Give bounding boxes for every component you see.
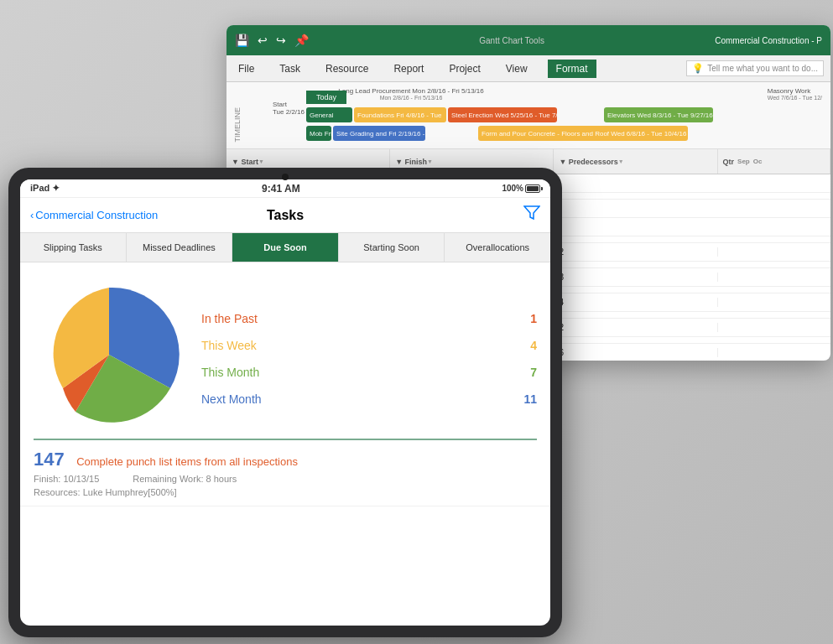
save-icon: 💾 (235, 34, 249, 47)
ipad-camera (282, 174, 289, 180)
legend-in-past-count: 1 (530, 312, 537, 325)
timeline-bar-mob: Mob Fri (306, 126, 331, 141)
task-resources: Resources: Luke Humphrey[500%] (34, 487, 537, 497)
today-marker: Today (306, 91, 346, 104)
task-tabs: Slipping Tasks Missed Deadlines Due Soon… (20, 233, 550, 262)
pie-legend: In the Past 1 This Week 4 This Month 7 N… (201, 279, 537, 430)
legend-this-month-count: 7 (530, 366, 537, 379)
gantt-tools-label: Gantt Chart Tools (315, 36, 708, 45)
ribbon-resource[interactable]: Resource (320, 60, 373, 78)
masonry-label: Masonry Work Wed 7/6/16 - Tue 12/ (768, 87, 822, 101)
ribbon-search[interactable]: 💡 Tell me what you want to do... (686, 60, 824, 76)
timeline-label: TIMELINE (233, 107, 242, 143)
redo-icon: ↪ (276, 34, 286, 47)
ipad-status-bar: iPad ✦ 9:41 AM 100% (20, 179, 550, 198)
task-finish: Finish: 10/13/15 (34, 474, 99, 484)
timeline-bar-concrete: Form and Pour Concrete - Floors and Roof… (478, 126, 688, 141)
timeline-bar-foundations: Foundations Fri 4/8/16 - Tue (354, 107, 446, 122)
ribbon-format[interactable]: Format (548, 60, 596, 78)
ribbon-view[interactable]: View (501, 60, 533, 78)
project-name-label: Commercial Construction - P (715, 36, 822, 45)
col-predecessors[interactable]: ▼ Predecessors (554, 149, 717, 174)
task-number: 147 (34, 449, 65, 470)
ipad-screen: iPad ✦ 9:41 AM 100% ‹ Commercial Constru… (20, 179, 550, 626)
lightbulb-icon: 💡 (692, 63, 704, 74)
start-label: Start Tue 2/2/16 (273, 101, 305, 116)
ribbon-task[interactable]: Task (274, 60, 305, 78)
tab-due-soon[interactable]: Due Soon (232, 233, 339, 262)
pie-chart (34, 279, 185, 430)
gantt-ribbon: File Task Resource Report Project View F… (226, 55, 830, 82)
task-title: Complete punch list items from all inspe… (76, 455, 298, 468)
timeline-bar-site: Site Grading and Fri 2/19/16 - Thu 4/7/1… (333, 126, 425, 141)
chevron-left-icon: ‹ (30, 209, 34, 221)
gantt-timeline: TIMELINE Long Lead Procurement Mon 2/8/1… (226, 82, 830, 149)
tab-overallocations[interactable]: Overallocations (445, 233, 550, 262)
timeline-bar-elevators: Elevators Wed 8/3/16 - Tue 9/27/16 (604, 107, 713, 122)
legend-in-past-label: In the Past (201, 312, 258, 325)
gantt-titlebar: 💾 ↩ ↪ 📌 Gantt Chart Tools Commercial Con… (226, 25, 830, 55)
filter-icon (523, 205, 540, 221)
back-label: Commercial Construction (35, 209, 158, 221)
legend-this-week: This Week 4 (201, 339, 537, 352)
chart-area: In the Past 1 This Week 4 This Month 7 N… (20, 262, 550, 439)
task-remaining-work: Remaining Work: 8 hours (133, 474, 237, 484)
procurement-label: Long Lead Procurement Mon 2/8/16 - Fri 5… (327, 87, 495, 101)
legend-in-past: In the Past 1 (201, 312, 537, 325)
legend-this-month-label: This Month (201, 366, 259, 379)
col-qtr: Qtr Sep Oc (718, 149, 830, 174)
ribbon-project[interactable]: Project (444, 60, 485, 78)
timeline-bar-steel: Steel Erection Wed 5/25/16 - Tue 7/26/16 (448, 107, 557, 122)
ipad-device: iPad ✦ 9:41 AM 100% ‹ Commercial Constru… (8, 168, 562, 637)
ribbon-file[interactable]: File (233, 60, 259, 78)
task-resource-label: Resources: Luke Humphrey[500%] (34, 487, 177, 497)
nav-title: Tasks (267, 208, 304, 223)
task-meta: Finish: 10/13/15 Remaining Work: 8 hours (34, 474, 537, 484)
ipad-time: 9:41 AM (60, 183, 502, 195)
tab-missed-deadlines[interactable]: Missed Deadlines (127, 233, 233, 262)
pie-chart-svg (34, 279, 185, 430)
task-item[interactable]: 147 Complete punch list items from all i… (20, 440, 550, 506)
legend-next-month-count: 11 (523, 392, 537, 406)
legend-this-week-label: This Week (201, 339, 257, 352)
filter-button[interactable] (523, 205, 540, 225)
col-oct: Oc (753, 158, 763, 165)
legend-this-week-count: 4 (530, 339, 537, 352)
tab-slipping-tasks[interactable]: Slipping Tasks (20, 233, 127, 262)
ipad-carrier: iPad ✦ (30, 183, 60, 194)
col-sep: Sep (737, 158, 750, 165)
pin-icon: 📌 (294, 34, 309, 47)
tab-starting-soon[interactable]: Starting Soon (339, 233, 445, 262)
timeline-bar-general: General (306, 107, 352, 122)
undo-icon: ↩ (258, 34, 268, 47)
legend-next-month: Next Month 11 (201, 392, 537, 406)
legend-this-month: This Month 7 (201, 366, 537, 379)
ipad-nav-bar: ‹ Commercial Construction Tasks (20, 198, 550, 233)
legend-next-month-label: Next Month (201, 392, 262, 406)
section-divider (34, 439, 537, 440)
ribbon-report[interactable]: Report (388, 60, 429, 78)
ipad-battery: 100% (502, 184, 540, 193)
back-button[interactable]: ‹ Commercial Construction (30, 209, 158, 221)
battery-icon (525, 184, 540, 193)
